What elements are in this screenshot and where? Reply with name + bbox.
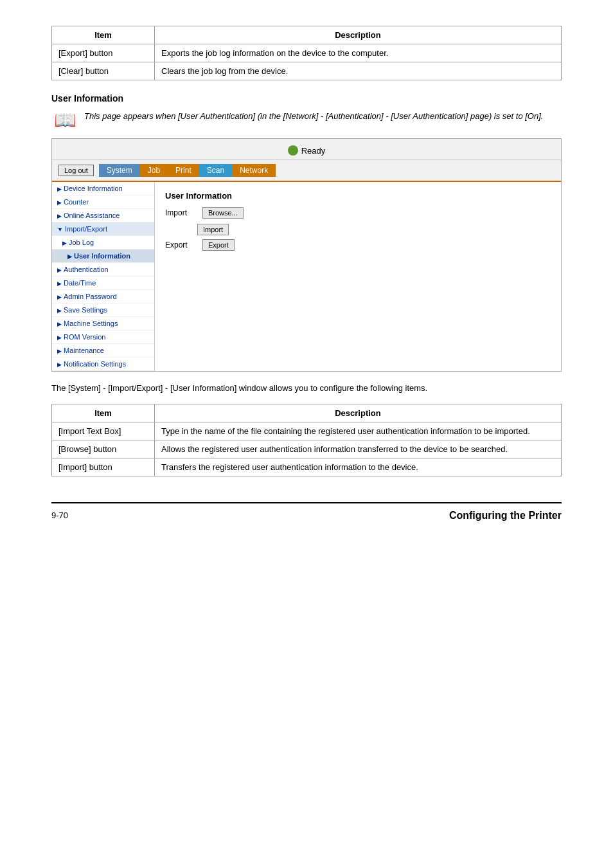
sidebar-item-admin-password[interactable]: ▶Admin Password — [52, 290, 154, 303]
sidebar-item-datetime[interactable]: ▶Date/Time — [52, 276, 154, 290]
tab-print[interactable]: Print — [168, 164, 199, 177]
note-box: 📖 This page appears when [User Authentic… — [51, 110, 562, 129]
printer-topbar: Ready — [52, 139, 561, 159]
user-info-heading: User Information — [51, 93, 562, 104]
note-icon: 📖 — [54, 111, 76, 129]
footer-title: Configuring the Printer — [449, 510, 562, 521]
table-cell-desc: Exports the job log information on the d… — [155, 44, 562, 62]
sidebar-item-save-settings[interactable]: ▶Save Settings — [52, 303, 154, 317]
ready-indicator: Ready — [288, 145, 326, 156]
bottom-table-header-desc: Description — [155, 404, 562, 422]
table-row: [Export] button Exports the job log info… — [52, 44, 562, 62]
table-cell-item: [Browse] button — [52, 440, 155, 458]
sidebar-item-job-log[interactable]: ▶Job Log — [52, 236, 154, 249]
top-table-header-desc: Description — [155, 26, 562, 44]
content-title: User Information — [165, 191, 551, 201]
table-cell-desc: Clears the job log from the device. — [155, 62, 562, 80]
sidebar-item-user-information[interactable]: ▶User Information — [52, 249, 154, 263]
sidebar-item-counter[interactable]: ▶Counter — [52, 195, 154, 209]
nav-tabs: System Job Print Scan Network — [99, 164, 276, 177]
printer-ui-body: ▶Device Information ▶Counter ▶Online Ass… — [52, 182, 561, 371]
sidebar-item-import-export[interactable]: ▼Import/Export — [52, 222, 154, 236]
bottom-table-header-item: Item — [52, 404, 155, 422]
printer-ui-frame: Ready Log out System Job Print Scan Netw… — [51, 138, 562, 372]
note-text: This page appears when [User Authenticat… — [84, 110, 543, 123]
table-row: [Import Text Box] Type in the name of th… — [52, 422, 562, 440]
printer-sidebar: ▶Device Information ▶Counter ▶Online Ass… — [52, 182, 155, 371]
bottom-table: Item Description [Import Text Box] Type … — [51, 404, 562, 476]
import-button[interactable]: Import — [197, 224, 229, 235]
sidebar-item-device-info[interactable]: ▶Device Information — [52, 182, 154, 195]
table-cell-desc: Allows the registered user authenticatio… — [155, 440, 562, 458]
export-label: Export — [165, 240, 197, 249]
logout-button[interactable]: Log out — [58, 165, 94, 176]
table-cell-desc: Type in the name of the file containing … — [155, 422, 562, 440]
table-row: [Import] button Transfers the registered… — [52, 458, 562, 476]
tab-job[interactable]: Job — [140, 164, 168, 177]
table-cell-item: [Import] button — [52, 458, 155, 476]
import-label: Import — [165, 208, 197, 217]
printer-navbar: Log out System Job Print Scan Network — [52, 159, 561, 182]
top-table-header-item: Item — [52, 26, 155, 44]
sidebar-item-machine-settings[interactable]: ▶Machine Settings — [52, 317, 154, 330]
sidebar-item-online-assist[interactable]: ▶Online Assistance — [52, 209, 154, 222]
footer-page-number: 9-70 — [51, 511, 68, 520]
tab-network[interactable]: Network — [232, 164, 276, 177]
tab-scan[interactable]: Scan — [199, 164, 232, 177]
page-footer: 9-70 Configuring the Printer — [51, 502, 562, 521]
tab-system[interactable]: System — [99, 164, 140, 177]
table-row: [Browse] button Allows the registered us… — [52, 440, 562, 458]
sidebar-item-rom-version[interactable]: ▶ROM Version — [52, 330, 154, 344]
browse-button[interactable]: Browse... — [202, 207, 244, 219]
table-row: [Clear] button Clears the job log from t… — [52, 62, 562, 80]
table-cell-item: [Clear] button — [52, 62, 155, 80]
table-cell-item: [Import Text Box] — [52, 422, 155, 440]
import-row: Import Browse... — [165, 207, 551, 219]
paragraph-text: The [System] - [Import/Export] - [User I… — [51, 382, 562, 395]
export-row: Export Export — [165, 239, 551, 251]
printer-ui-content: User Information Import Browse... Import… — [155, 182, 561, 371]
sidebar-item-maintenance[interactable]: ▶Maintenance — [52, 344, 154, 357]
ready-dot — [288, 145, 298, 156]
export-button[interactable]: Export — [202, 239, 235, 251]
import-btn-row: Import — [197, 224, 551, 235]
ready-label: Ready — [301, 146, 326, 156]
table-cell-item: [Export] button — [52, 44, 155, 62]
table-cell-desc: Transfers the registered user authentica… — [155, 458, 562, 476]
top-table: Item Description [Export] button Exports… — [51, 26, 562, 80]
sidebar-item-authentication[interactable]: ▶Authentication — [52, 263, 154, 276]
sidebar-item-notification[interactable]: ▶Notification Settings — [52, 357, 154, 371]
